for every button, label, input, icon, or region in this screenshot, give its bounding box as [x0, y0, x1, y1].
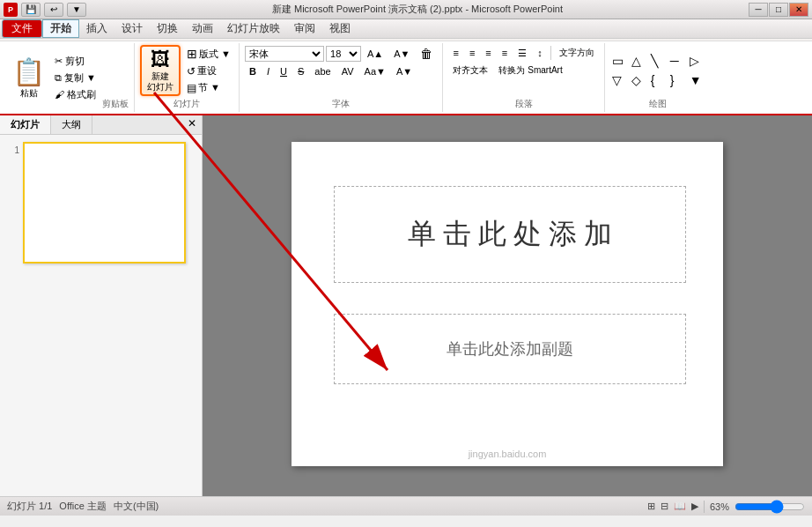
menu-item-animations[interactable]: 动画 — [185, 19, 220, 38]
minimize-button[interactable]: ─ — [749, 3, 768, 17]
smartart-btn[interactable]: 转换为 SmartArt — [494, 63, 566, 78]
reset-button[interactable]: ↺ 重设 — [184, 63, 233, 78]
view-present-btn[interactable]: ▶ — [691, 501, 698, 512]
bold-btn[interactable]: B — [245, 64, 261, 78]
title-placeholder[interactable]: 单 击 此 处 添 加 — [334, 186, 686, 283]
canvas-area: 单 击 此 处 添 加 单击此处添加副题 jingyan.baidu.com — [203, 115, 812, 496]
char-spacing-btn[interactable]: AV — [337, 64, 358, 78]
layout-button[interactable]: ⊞ 版式 ▼ — [184, 46, 233, 62]
subtitle-placeholder[interactable]: 单击此处添加副题 — [334, 314, 686, 384]
align-text-btn[interactable]: 对齐文本 — [448, 63, 492, 78]
font-size-select[interactable]: 18 — [326, 46, 361, 62]
menu-item-home[interactable]: 开始 — [42, 19, 79, 38]
cut-button[interactable]: ✂ 剪切 — [52, 54, 99, 69]
paragraph-label: 段落 — [515, 96, 533, 110]
more-shapes[interactable]: ▼ — [688, 71, 705, 89]
slide-panel-tabs: 幻灯片 大纲 ✕ — [0, 115, 202, 135]
main-area: 幻灯片 大纲 ✕ 1 单 击 此 处 添 加 单击此处添加副题 jingyan.… — [0, 115, 812, 496]
shape-2[interactable]: △ — [630, 52, 647, 70]
status-right: ⊞ ⊟ 📖 ▶ 63% — [647, 501, 805, 513]
theme-info: Office 主题 — [59, 500, 107, 513]
slides-label: 幻灯片 — [173, 96, 200, 110]
font-label: 字体 — [332, 96, 350, 110]
zoom-slider[interactable] — [734, 501, 805, 512]
quick-access-undo[interactable]: ↩ — [44, 3, 63, 17]
menu-item-design[interactable]: 设计 — [114, 19, 150, 38]
shadow-btn[interactable]: abe — [310, 64, 335, 78]
tab-outline[interactable]: 大纲 — [51, 115, 92, 134]
col-btn[interactable]: ☰ — [513, 46, 531, 61]
subtitle-placeholder-text: 单击此处添加副题 — [447, 338, 573, 360]
slide-item-1: 1 — [7, 142, 195, 264]
language-info: 中文(中国) — [114, 500, 159, 513]
align-left-btn[interactable]: ≡ — [448, 46, 462, 60]
watermark: jingyan.baidu.com — [469, 449, 547, 459]
shape-9[interactable]: } — [668, 71, 686, 89]
shape-8[interactable]: { — [649, 71, 667, 89]
para-row-1: ≡ ≡ ≡ ≡ ☰ ↕ 文字方向 — [448, 45, 598, 61]
ribbon-group-clipboard: 📋 粘贴 ✂ 剪切 ⧉ 复制 ▼ 🖌 格式刷 剪贴板 — [4, 43, 135, 112]
align-center-btn[interactable]: ≡ — [465, 46, 479, 60]
align-right-btn[interactable]: ≡ — [481, 46, 495, 60]
increase-font-btn[interactable]: A▲ — [363, 47, 388, 61]
menu-item-transitions[interactable]: 切换 — [150, 19, 185, 38]
maximize-button[interactable]: □ — [769, 3, 788, 17]
shape-1[interactable]: ▭ — [610, 52, 628, 70]
italic-btn[interactable]: I — [262, 64, 274, 78]
zoom-level: 63% — [710, 501, 729, 512]
ribbon-group-slides: 🖼 新建幻灯片 ⊞ 版式 ▼ ↺ 重设 ▤ 节 ▼ 幻灯片 — [135, 43, 240, 112]
menu-item-slideshow[interactable]: 幻灯片放映 — [220, 19, 287, 38]
font-row-2: B I U S abe AV Aa▼ A▼ — [245, 64, 437, 78]
app-icon: P — [4, 3, 18, 17]
justify-btn[interactable]: ≡ — [498, 46, 512, 60]
decrease-font-btn[interactable]: A▼ — [389, 47, 414, 61]
shape-5[interactable]: ▷ — [688, 52, 705, 70]
status-bar: 幻灯片 1/1 Office 主题 中文(中国) ⊞ ⊟ 📖 ▶ 63% — [0, 496, 812, 516]
para-row-2: 对齐文本 转换为 SmartArt — [448, 63, 598, 78]
slide-number-1: 1 — [7, 145, 19, 155]
menu-bar: 文件 开始 插入 设计 切换 动画 幻灯片放映 审阅 视图 — [0, 19, 812, 39]
new-slide-button[interactable]: 🖼 新建幻灯片 — [140, 45, 181, 96]
clipboard-label: 剪贴板 — [102, 96, 129, 110]
shape-7[interactable]: ◇ — [630, 71, 647, 89]
window-controls: ─ □ ✕ — [749, 3, 808, 17]
ribbon-group-font: 宋体 18 A▲ A▼ 🗑 B I U S abe AV Aa▼ — [240, 43, 443, 112]
clear-format-btn[interactable]: 🗑 — [416, 45, 437, 63]
font-family-select[interactable]: 宋体 — [245, 46, 324, 62]
text-direction-btn[interactable]: 文字方向 — [555, 45, 599, 61]
underline-btn[interactable]: U — [276, 64, 292, 78]
title-bar: P 💾 ↩ ▼ 新建 Microsoft PowerPoint 演示文稿 (2)… — [0, 0, 812, 19]
font-row-1: 宋体 18 A▲ A▼ 🗑 — [245, 45, 437, 63]
shape-3[interactable]: ╲ — [649, 52, 667, 70]
line-spacing-btn[interactable]: ↕ — [533, 46, 547, 60]
view-read-btn[interactable]: 📖 — [674, 501, 686, 512]
format-painter-button[interactable]: 🖌 格式刷 — [52, 87, 99, 102]
change-case-btn[interactable]: Aa▼ — [360, 64, 390, 78]
menu-item-view[interactable]: 视图 — [322, 19, 358, 38]
tab-slides[interactable]: 幻灯片 — [0, 115, 51, 134]
quick-access-dropdown[interactable]: ▼ — [67, 3, 86, 17]
slide-panel: 幻灯片 大纲 ✕ 1 — [0, 115, 203, 496]
paste-button[interactable]: 📋 粘贴 — [9, 55, 48, 101]
shape-4[interactable]: ─ — [668, 52, 686, 70]
quick-access-save[interactable]: 💾 — [21, 3, 41, 17]
slide-thumbnail-1[interactable] — [23, 142, 186, 264]
menu-item-file[interactable]: 文件 — [2, 19, 42, 38]
window-title: 新建 Microsoft PowerPoint 演示文稿 (2).pptx - … — [86, 3, 749, 16]
panel-close-button[interactable]: ✕ — [182, 115, 202, 134]
title-bar-left: P 💾 ↩ ▼ — [4, 3, 86, 17]
ribbon: 📋 粘贴 ✂ 剪切 ⧉ 复制 ▼ 🖌 格式刷 剪贴板 🖼 新建幻灯片 — [0, 39, 812, 115]
close-button[interactable]: ✕ — [789, 3, 808, 17]
ribbon-group-paragraph: ≡ ≡ ≡ ≡ ☰ ↕ 文字方向 对齐文本 转换为 SmartArt 段落 — [443, 43, 604, 112]
shape-6[interactable]: ▽ — [610, 71, 628, 89]
ribbon-content: 📋 粘贴 ✂ 剪切 ⧉ 复制 ▼ 🖌 格式刷 剪贴板 🖼 新建幻灯片 — [0, 41, 812, 114]
view-slide-btn[interactable]: ⊟ — [661, 501, 668, 512]
view-normal-btn[interactable]: ⊞ — [647, 501, 655, 512]
menu-item-insert[interactable]: 插入 — [79, 19, 114, 38]
section-button[interactable]: ▤ 节 ▼ — [184, 80, 233, 95]
strikethrough-btn[interactable]: S — [293, 64, 308, 78]
menu-item-review[interactable]: 审阅 — [287, 19, 322, 38]
copy-button[interactable]: ⧉ 复制 ▼ — [52, 71, 99, 85]
separator — [704, 501, 705, 513]
font-color-btn[interactable]: A▼ — [392, 64, 417, 78]
